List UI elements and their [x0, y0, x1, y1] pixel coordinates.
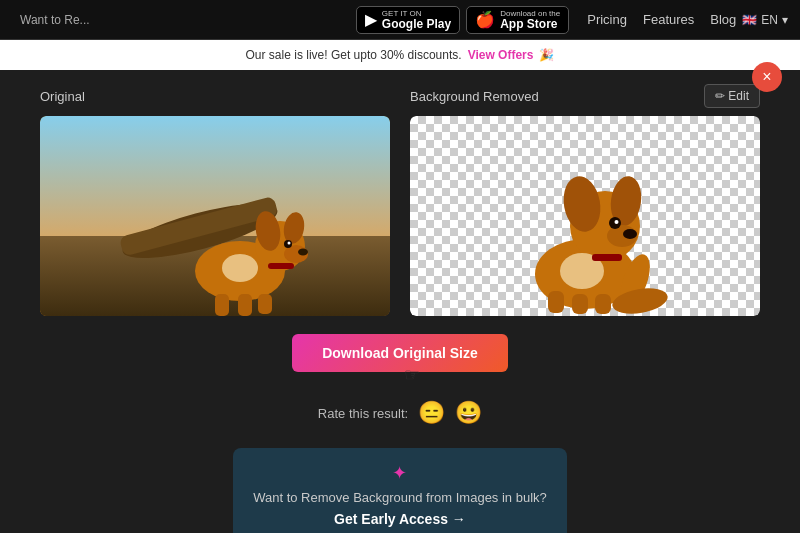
svg-rect-28	[572, 294, 588, 314]
download-button[interactable]: Download Original Size	[292, 334, 508, 372]
main-content: Original Background Removed ✏ Edit	[0, 70, 800, 533]
google-play-label: Google Play	[382, 18, 451, 30]
nav-blog[interactable]: Blog	[710, 12, 736, 27]
bg-removed-label: Background Removed	[410, 89, 692, 104]
google-play-icon: ▶	[365, 10, 377, 29]
bg-removed-scene-svg	[410, 116, 760, 316]
google-play-btn[interactable]: ▶ GET IT ON Google Play	[356, 6, 460, 34]
app-store-text: Download on the App Store	[500, 10, 560, 30]
search-hint: Want to Re...	[20, 13, 90, 27]
svg-point-11	[298, 249, 308, 256]
images-row	[40, 116, 760, 316]
nav-links: Pricing Features Blog	[587, 12, 736, 27]
early-access-text: Want to Remove Background from Images in…	[253, 490, 547, 505]
svg-point-24	[623, 229, 637, 239]
download-section: Download Original Size ☞ Rate this resul…	[40, 334, 760, 533]
svg-point-23	[615, 220, 619, 224]
svg-rect-12	[215, 294, 229, 316]
bg-removed-image-container	[410, 116, 760, 316]
original-image-container	[40, 116, 390, 316]
svg-point-15	[222, 254, 258, 282]
original-label-area: Original	[40, 87, 390, 105]
svg-rect-16	[268, 263, 294, 269]
lang-selector[interactable]: 🇬🇧 EN ▾	[742, 13, 788, 27]
svg-rect-29	[595, 294, 611, 314]
edit-button[interactable]: ✏ Edit	[704, 84, 760, 108]
original-label: Original	[40, 89, 85, 104]
sparkle-icon: ✦	[392, 462, 407, 484]
close-button[interactable]: ×	[752, 62, 782, 92]
bg-removed-label-area: Background Removed ✏ Edit	[410, 84, 760, 108]
svg-rect-27	[548, 291, 564, 313]
chevron-down-icon: ▾	[782, 13, 788, 27]
svg-rect-26	[592, 254, 622, 261]
rate-label: Rate this result:	[318, 406, 408, 421]
bg-removed-image	[410, 116, 760, 316]
app-store-btn[interactable]: 🍎 Download on the App Store	[466, 6, 569, 34]
svg-rect-14	[258, 294, 272, 314]
svg-point-10	[288, 242, 291, 245]
nav-left: Want to Re...	[12, 13, 350, 27]
happy-emoji[interactable]: 😀	[455, 400, 482, 426]
labels-row: Original Background Removed ✏ Edit	[40, 84, 760, 108]
app-store-label: App Store	[500, 18, 560, 30]
nav-features[interactable]: Features	[643, 12, 694, 27]
apple-icon: 🍎	[475, 10, 495, 29]
view-offers-link[interactable]: View Offers	[468, 48, 534, 62]
lang-label: EN	[761, 13, 778, 27]
sale-banner: Our sale is live! Get upto 30% discounts…	[0, 40, 800, 70]
nav-pricing[interactable]: Pricing	[587, 12, 627, 27]
banner-text: Our sale is live! Get upto 30% discounts…	[246, 48, 462, 62]
svg-rect-13	[238, 294, 252, 316]
flag-icon: 🇬🇧	[742, 13, 757, 27]
original-image	[40, 116, 390, 316]
sad-emoji[interactable]: 😑	[418, 400, 445, 426]
banner-emoji: 🎉	[539, 48, 554, 62]
rating-section: Rate this result: 😑 😀	[318, 400, 482, 426]
early-access-banner: ✦ Want to Remove Background from Images …	[233, 448, 567, 533]
top-nav: Want to Re... ▶ GET IT ON Google Play 🍎 …	[0, 0, 800, 40]
early-access-link[interactable]: Get Early Access →	[334, 511, 466, 527]
original-scene-svg	[40, 116, 390, 316]
google-play-text: GET IT ON Google Play	[382, 10, 451, 30]
